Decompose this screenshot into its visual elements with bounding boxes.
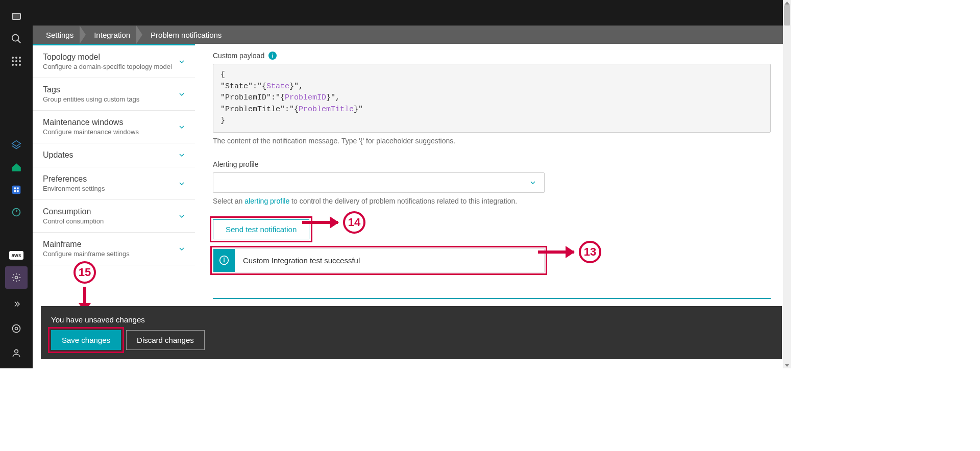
svg-point-8: [15, 60, 17, 62]
search-icon[interactable]: [5, 28, 28, 50]
section-divider: [213, 298, 771, 299]
help-icon[interactable]: [5, 317, 28, 340]
chevron-down-icon: [178, 123, 186, 131]
sidebar-item-label: Updates: [43, 151, 185, 160]
info-icon[interactable]: i: [268, 52, 277, 60]
sidebar-item-label: Maintenance windows: [43, 118, 185, 127]
chevron-down-icon: [178, 58, 186, 66]
chevron-down-icon: [178, 212, 186, 220]
sidebar-item-sub: Configure maintenance windows: [43, 128, 185, 136]
chevron-down-icon: [178, 180, 186, 188]
home-icon[interactable]: [5, 5, 28, 28]
sidebar-item-mainframe[interactable]: Mainframe Configure mainframe settings: [33, 233, 195, 265]
sidebar-item-topology[interactable]: Topology model Configure a domain-specif…: [33, 45, 195, 78]
nav-tiles-icon[interactable]: [5, 179, 28, 201]
user-icon[interactable]: [5, 342, 28, 364]
svg-point-5: [15, 57, 17, 59]
svg-line-3: [18, 40, 21, 43]
breadcrumb-settings[interactable]: Settings: [39, 31, 81, 39]
top-bar: [33, 0, 791, 26]
sidebar-item-sub: Group entities using custom tags: [43, 95, 185, 103]
discard-changes-button[interactable]: Discard changes: [126, 330, 205, 350]
svg-point-21: [15, 328, 18, 330]
sidebar-item-label: Preferences: [43, 174, 185, 184]
unsaved-text: You have unsaved changes: [51, 315, 772, 324]
svg-point-25: [224, 258, 225, 259]
nav-house-icon[interactable]: [5, 156, 28, 179]
sidebar-item-label: Mainframe: [43, 240, 185, 249]
svg-rect-17: [17, 190, 19, 192]
breadcrumb-integration[interactable]: Integration: [87, 31, 137, 39]
callout-13: 13: [579, 241, 601, 263]
breadcrumb: Settings Integration Problem notificatio…: [33, 26, 791, 44]
sidebar-item-sub: Configure a domain-specific topology mod…: [43, 63, 185, 70]
svg-point-10: [12, 64, 14, 66]
sidebar-item-label: Tags: [43, 85, 185, 94]
svg-point-2: [12, 35, 19, 41]
sidebar-item-sub: Environment settings: [43, 185, 185, 192]
svg-point-11: [15, 64, 17, 66]
chevron-down-icon: [178, 90, 186, 98]
sidebar-item-sub: Control consumption: [43, 217, 185, 225]
sidebar-item-updates[interactable]: Updates: [33, 143, 195, 167]
sidebar-item-sub: Configure mainframe settings: [43, 250, 185, 258]
sidebar-item-label: Consumption: [43, 207, 185, 216]
svg-point-7: [12, 60, 14, 62]
alerting-profile-link[interactable]: alerting profile: [244, 197, 289, 205]
vertical-scrollbar[interactable]: [783, 0, 791, 368]
alerting-help-text: Select an alerting profile to control th…: [213, 197, 771, 205]
payload-help-text: The content of the notification message.…: [213, 137, 771, 145]
svg-point-4: [12, 57, 14, 59]
apps-grid-icon[interactable]: [5, 50, 28, 72]
test-success-banner: Custom Integration test successful: [213, 248, 545, 272]
sidebar-item-label: Topology model: [43, 53, 185, 62]
nav-cycle-icon[interactable]: [5, 201, 28, 223]
svg-rect-15: [17, 187, 19, 189]
unsaved-changes-bar: You have unsaved changes Save changes Di…: [41, 306, 782, 359]
svg-rect-13: [12, 186, 21, 194]
svg-point-19: [15, 277, 18, 279]
svg-rect-14: [14, 187, 16, 189]
chevron-down-icon: [529, 179, 537, 187]
settings-gear-icon[interactable]: [5, 266, 28, 289]
svg-point-6: [19, 57, 21, 59]
left-icon-bar: aws: [0, 0, 33, 368]
alerting-profile-label: Alerting profile: [213, 160, 771, 168]
custom-payload-label: Custom payload i: [213, 52, 771, 60]
svg-point-12: [19, 64, 21, 66]
svg-point-22: [15, 349, 18, 353]
sidebar-item-preferences[interactable]: Preferences Environment settings: [33, 167, 195, 200]
send-test-notification-button[interactable]: Send test notification: [213, 219, 309, 239]
alerting-profile-select[interactable]: [213, 172, 545, 193]
chevron-down-icon: [178, 245, 186, 253]
breadcrumb-problem-notifications[interactable]: Problem notifications: [143, 31, 229, 39]
expand-icon[interactable]: [5, 293, 28, 315]
sidebar-item-tags[interactable]: Tags Group entities using custom tags: [33, 78, 195, 111]
svg-rect-16: [14, 190, 16, 192]
nav-aws-icon[interactable]: aws: [5, 244, 28, 266]
chevron-down-icon: [178, 151, 186, 159]
svg-rect-1: [12, 13, 20, 19]
svg-point-20: [13, 325, 20, 333]
success-message: Custom Integration test successful: [235, 249, 544, 272]
nav-layers-icon[interactable]: [5, 134, 28, 156]
save-changes-button[interactable]: Save changes: [51, 330, 121, 350]
info-icon: [213, 249, 235, 272]
main-column: Settings Integration Problem notificatio…: [33, 0, 791, 368]
custom-payload-textarea[interactable]: { "State":"{State}", "ProblemID":"{Probl…: [213, 64, 771, 133]
sidebar-item-consumption[interactable]: Consumption Control consumption: [33, 200, 195, 233]
sidebar-item-maintenance[interactable]: Maintenance windows Configure maintenanc…: [33, 111, 195, 143]
svg-point-9: [19, 60, 21, 62]
